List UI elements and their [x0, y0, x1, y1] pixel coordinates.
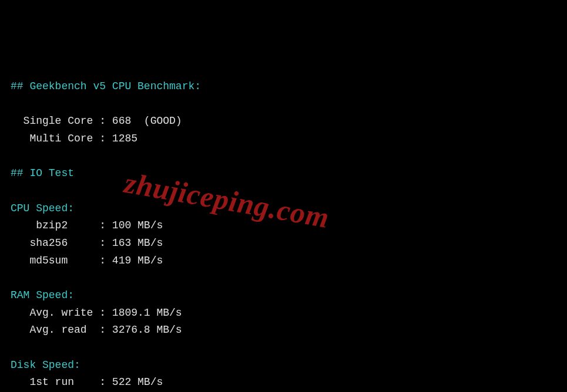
disk-run1-label: 1st run : — [11, 376, 112, 388]
ram-speed-heading: RAM Speed: — [11, 289, 74, 301]
terminal-output: ## Geekbench v5 CPU Benchmark: Single Co… — [11, 78, 556, 392]
md5sum-value: 419 MB/s — [112, 255, 163, 266]
disk-speed-heading: Disk Speed: — [11, 359, 80, 371]
md5sum-label: md5sum : — [11, 255, 112, 266]
multi-core-value: 1285 — [112, 133, 137, 144]
ram-write-value: 1809.1 MB/s — [112, 307, 182, 319]
ram-read-label: Avg. read : — [11, 324, 112, 336]
ram-write-label: Avg. write : — [11, 307, 112, 319]
geekbench-heading: ## Geekbench v5 CPU Benchmark: — [11, 80, 201, 92]
single-core-label: Single Core : — [11, 115, 112, 127]
ram-read-value: 3276.8 MB/s — [112, 324, 182, 336]
sha256-value: 163 MB/s — [112, 237, 163, 249]
multi-core-label: Multi Core : — [11, 133, 112, 144]
io-test-heading: ## IO Test — [11, 167, 74, 179]
single-core-value: 668 (GOOD) — [112, 115, 182, 127]
cpu-speed-heading: CPU Speed: — [11, 202, 74, 214]
sha256-label: sha256 : — [11, 237, 112, 249]
disk-run1-value: 522 MB/s — [112, 376, 163, 388]
bzip2-value: 100 MB/s — [112, 219, 163, 231]
bzip2-label: bzip2 : — [11, 219, 112, 231]
